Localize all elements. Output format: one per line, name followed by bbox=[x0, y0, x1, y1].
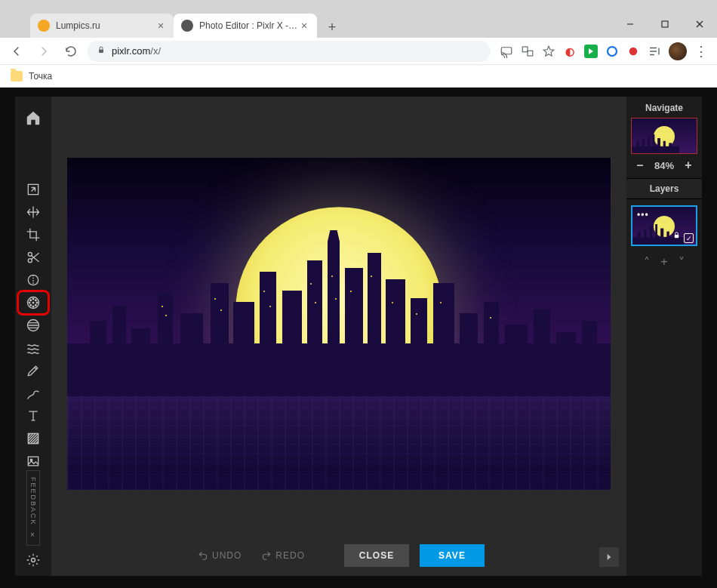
add-layer-button[interactable]: + bbox=[660, 255, 667, 269]
canvas-image[interactable] bbox=[67, 158, 611, 490]
svg-rect-31 bbox=[112, 306, 126, 396]
profile-avatar[interactable] bbox=[669, 42, 687, 60]
text-icon[interactable] bbox=[18, 405, 48, 427]
extension-icon[interactable] bbox=[584, 45, 598, 58]
svg-rect-62 bbox=[335, 298, 337, 300]
svg-rect-4 bbox=[99, 50, 103, 54]
browser-tab[interactable]: Photo Editor : Pixlr X - free image edit… bbox=[174, 14, 317, 38]
navigate-thumbnail[interactable] bbox=[631, 118, 697, 154]
maximize-button[interactable] bbox=[648, 11, 682, 38]
svg-rect-83 bbox=[666, 231, 669, 245]
svg-rect-56 bbox=[220, 309, 222, 311]
layer-down-icon[interactable]: ˅ bbox=[679, 255, 685, 269]
browser-menu-icon[interactable]: ⋮ bbox=[694, 45, 708, 58]
url-input[interactable]: pixlr.com/x/ bbox=[88, 41, 491, 62]
translate-icon[interactable] bbox=[521, 45, 534, 58]
layer-operations: ˄ + ˅ bbox=[626, 251, 702, 269]
extension-icon[interactable]: ◐ bbox=[563, 45, 577, 58]
draw-icon[interactable] bbox=[18, 382, 48, 405]
svg-point-22 bbox=[30, 305, 32, 306]
bookmark-folder-icon bbox=[11, 71, 23, 82]
filter-icon[interactable] bbox=[18, 291, 48, 314]
svg-rect-7 bbox=[528, 51, 533, 56]
redo-button[interactable]: REDO bbox=[257, 550, 309, 561]
undo-button[interactable]: UNDO bbox=[193, 550, 246, 561]
effect-icon[interactable] bbox=[18, 314, 48, 337]
svg-rect-78 bbox=[638, 232, 641, 245]
svg-point-9 bbox=[629, 47, 638, 55]
svg-point-20 bbox=[30, 300, 32, 301]
svg-point-8 bbox=[608, 47, 617, 56]
svg-rect-45 bbox=[411, 298, 427, 396]
forward-button[interactable] bbox=[33, 41, 54, 62]
feedback-button[interactable]: FEEDBACK× bbox=[26, 470, 40, 546]
svg-rect-36 bbox=[233, 302, 254, 396]
settings-icon[interactable] bbox=[18, 549, 48, 571]
svg-rect-47 bbox=[460, 313, 478, 396]
svg-rect-55 bbox=[214, 298, 216, 300]
layer-visibility-toggle[interactable] bbox=[684, 233, 694, 243]
resize-icon[interactable] bbox=[18, 178, 48, 201]
svg-point-28 bbox=[32, 559, 35, 562]
tab-close-icon[interactable]: × bbox=[155, 20, 166, 31]
svg-rect-74 bbox=[657, 138, 660, 153]
canvas-area: UNDO REDO CLOSE SAVE bbox=[51, 97, 626, 576]
cutout-icon[interactable] bbox=[18, 246, 48, 269]
zoom-in-button[interactable]: + bbox=[682, 159, 694, 172]
retouch-icon[interactable] bbox=[18, 359, 48, 382]
close-window-button[interactable] bbox=[682, 11, 717, 38]
window-controls bbox=[613, 11, 717, 38]
tab-title: Photo Editor : Pixlr X - free image edit… bbox=[199, 20, 299, 31]
adjust-icon[interactable] bbox=[18, 269, 48, 291]
svg-rect-33 bbox=[158, 294, 173, 396]
right-panel: Navigate – 84% + Layers ••• ˄ + ˅ bbox=[626, 97, 702, 576]
lock-icon bbox=[97, 45, 106, 57]
extension-icon[interactable] bbox=[605, 45, 619, 58]
svg-rect-30 bbox=[90, 321, 106, 396]
layer-up-icon[interactable]: ˄ bbox=[644, 255, 650, 269]
reading-list-icon[interactable] bbox=[648, 45, 661, 58]
star-icon[interactable] bbox=[542, 45, 555, 58]
svg-rect-58 bbox=[269, 306, 271, 307]
element-icon[interactable] bbox=[18, 427, 48, 450]
crop-icon[interactable] bbox=[18, 223, 48, 246]
layer-thumbnail[interactable]: ••• bbox=[631, 205, 697, 246]
window-titlebar bbox=[0, 0, 717, 11]
svg-rect-39 bbox=[307, 260, 322, 396]
svg-rect-50 bbox=[534, 309, 550, 396]
editor-footer: UNDO REDO CLOSE SAVE bbox=[51, 535, 626, 576]
svg-point-23 bbox=[35, 305, 37, 306]
svg-rect-61 bbox=[331, 276, 333, 277]
bookmark-label[interactable]: Точка bbox=[29, 71, 52, 82]
svg-rect-35 bbox=[211, 283, 229, 396]
browser-tab[interactable]: Lumpics.ru × bbox=[30, 14, 174, 38]
zoom-controls: – 84% + bbox=[626, 157, 702, 178]
reload-button[interactable] bbox=[60, 41, 82, 62]
close-button[interactable]: CLOSE bbox=[344, 544, 409, 567]
svg-rect-85 bbox=[675, 235, 679, 238]
svg-point-21 bbox=[35, 300, 37, 301]
svg-point-18 bbox=[29, 302, 30, 303]
layers-panel-title: Layers bbox=[626, 178, 702, 199]
canvas-stage[interactable] bbox=[51, 97, 626, 535]
zoom-out-button[interactable]: – bbox=[634, 159, 646, 172]
layer-menu-icon[interactable]: ••• bbox=[637, 210, 649, 220]
tool-sidebar: FEEDBACK× bbox=[15, 97, 51, 576]
svg-rect-64 bbox=[371, 276, 372, 277]
svg-rect-63 bbox=[350, 291, 352, 292]
image-icon[interactable] bbox=[18, 450, 48, 473]
home-icon[interactable] bbox=[18, 103, 48, 133]
svg-rect-44 bbox=[386, 279, 405, 396]
arrange-icon[interactable] bbox=[18, 201, 48, 223]
new-tab-button[interactable]: + bbox=[322, 17, 343, 38]
svg-marker-41 bbox=[328, 230, 340, 242]
liquify-icon[interactable] bbox=[18, 337, 48, 359]
back-button[interactable] bbox=[6, 41, 27, 62]
minimize-button[interactable] bbox=[613, 11, 648, 38]
extension-icon[interactable] bbox=[626, 45, 640, 58]
cast-icon[interactable] bbox=[500, 45, 513, 58]
layer-lock-icon[interactable] bbox=[672, 229, 681, 242]
expand-panel-icon[interactable] bbox=[599, 547, 619, 567]
tab-close-icon[interactable]: × bbox=[299, 20, 309, 31]
save-button[interactable]: SAVE bbox=[420, 544, 485, 567]
